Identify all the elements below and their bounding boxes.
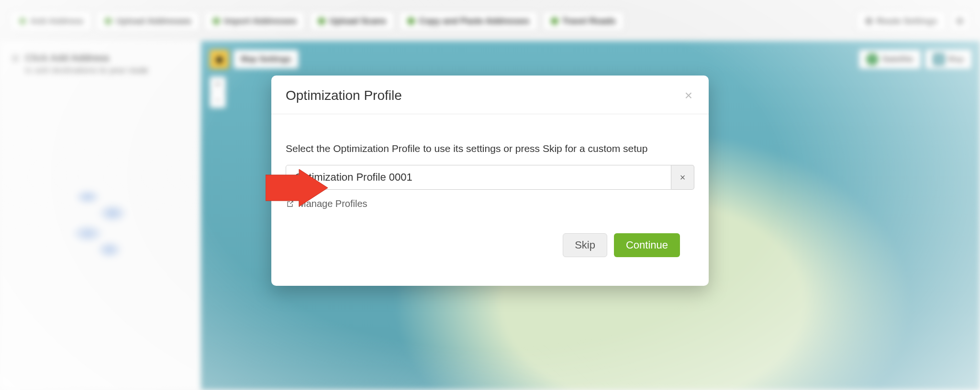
external-link-icon bbox=[286, 200, 294, 208]
optimization-profile-modal: Optimization Profile × Select the Optimi… bbox=[271, 76, 709, 286]
profile-clear-button[interactable]: × bbox=[671, 165, 694, 190]
skip-label: Skip bbox=[575, 239, 595, 251]
clear-icon: × bbox=[680, 172, 686, 183]
profile-select-row: Optimization Profile 0001 × bbox=[286, 165, 694, 190]
continue-button[interactable]: Continue bbox=[614, 233, 680, 257]
modal-footer: Skip Continue bbox=[286, 233, 694, 271]
close-icon: × bbox=[685, 88, 692, 103]
continue-label: Continue bbox=[626, 239, 668, 251]
modal-close-button[interactable]: × bbox=[683, 87, 694, 104]
manage-profiles-link[interactable]: Manage Profiles bbox=[298, 198, 368, 209]
skip-button[interactable]: Skip bbox=[563, 233, 607, 257]
modal-body: Select the Optimization Profile to use i… bbox=[271, 114, 709, 286]
modal-overlay: Optimization Profile × Select the Optimi… bbox=[0, 0, 980, 390]
modal-description: Select the Optimization Profile to use i… bbox=[286, 143, 694, 154]
modal-header: Optimization Profile × bbox=[271, 76, 709, 114]
manage-profiles-row: Manage Profiles bbox=[286, 198, 694, 209]
profile-select-value: Optimization Profile 0001 bbox=[295, 171, 412, 184]
modal-title: Optimization Profile bbox=[286, 88, 402, 103]
profile-select-dropdown[interactable]: Optimization Profile 0001 bbox=[286, 165, 671, 190]
